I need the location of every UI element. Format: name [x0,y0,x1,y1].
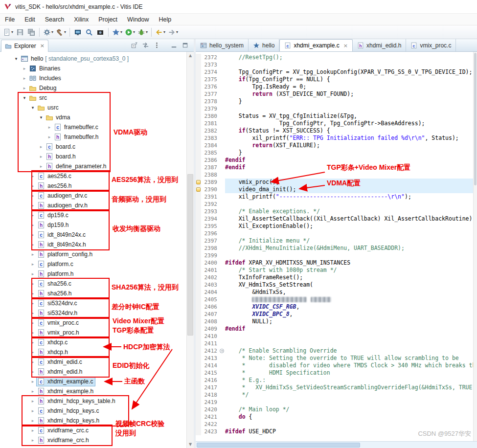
tree-item-si5324drv.c[interactable]: ▸csi5324drv.c [0,298,194,308]
menu-search[interactable]: Search [40,15,69,24]
expand-arrow-icon[interactable]: ▸ [29,252,36,257]
close-icon[interactable]: × [343,43,348,49]
tree-item-sha256.c[interactable]: ▸csha256.c [0,279,194,289]
tree-item-board.c[interactable]: ▸cboard.c [0,142,194,152]
tree-item-platform.c[interactable]: ▸cplatform.c [0,259,194,269]
tree-item-platform_config.h[interactable]: ▸hplatform_config.h [0,249,194,259]
tree-item-vdma[interactable]: ▾vdma [0,112,194,122]
editor-tab-xhdmi_edid.h[interactable]: hxhdmi_edid.h [353,39,406,51]
tree-item-define_parameter.h[interactable]: ▸hdefine_parameter.h [0,161,194,171]
minimize-button[interactable] [169,41,179,50]
tree-item-Includes[interactable]: ▸Includes [0,73,194,83]
expand-arrow-icon[interactable]: ▸ [29,320,36,325]
collapse-arrow-icon[interactable]: ▾ [13,56,20,61]
hscrollbar-thumb[interactable] [197,443,360,448]
build-button[interactable]: ▾ [55,26,67,38]
expand-arrow-icon[interactable]: ▸ [29,340,36,345]
menu-file[interactable]: File [0,15,20,24]
editor-hscrollbar[interactable] [196,441,477,448]
forward-button[interactable]: ▾ [167,26,179,38]
expand-arrow-icon[interactable]: ▸ [29,281,36,286]
run-button[interactable]: ▾ [124,26,136,38]
expand-arrow-icon[interactable]: ▸ [21,66,28,71]
close-icon[interactable]: × [40,43,45,49]
tree-item-xhdmi_edid.h[interactable]: ▸hxhdmi_edid.h [0,367,194,377]
code-editor[interactable]: 2372 //ResetTpg();23732374 Tpg_ConfigPtr… [196,52,477,441]
expand-arrow-icon[interactable]: ▸ [46,134,53,139]
expand-arrow-icon[interactable]: ▸ [29,213,36,218]
expand-arrow-icon[interactable]: ▸ [46,125,53,130]
tree-item-xhdcp.h[interactable]: ▸hxhdcp.h [0,347,194,357]
editor-tab-xhdmi_example.c[interactable]: cxhdmi_example.c× [279,39,353,51]
menu-window[interactable]: Window [122,15,154,24]
launch-config-button[interactable]: ▾ [42,26,54,38]
tree-item-xhdmi_edid.c[interactable]: ▸cxhdmi_edid.c [0,357,194,367]
tree-item-xvidframe_crc.h[interactable]: ▸hxvidframe_crc.h [0,435,194,445]
dropdown-caret-icon[interactable]: ▾ [64,30,66,34]
save-all-button[interactable] [26,26,37,38]
dropdown-caret-icon[interactable]: ▾ [133,30,135,34]
back-button[interactable]: ▾ [154,26,166,38]
dropdown-caret-icon[interactable]: ▾ [163,30,165,34]
link-with-editor-button[interactable] [141,41,150,50]
expand-arrow-icon[interactable]: ▸ [29,438,36,443]
tree-item-dp159.c[interactable]: ▸cdp159.c [0,210,194,220]
collapse-all-button[interactable] [130,41,139,50]
expand-arrow-icon[interactable]: ▸ [29,379,36,384]
expand-arrow-icon[interactable]: ▸ [29,271,36,276]
expand-arrow-icon[interactable]: ▸ [29,418,36,423]
line-marker-icon[interactable] [196,187,201,192]
tree-item-xhdmi_example.c[interactable]: ▸cxhdmi_example.c [0,377,194,386]
view-menu-button[interactable] [152,41,161,50]
expand-arrow-icon[interactable]: ▸ [29,291,36,296]
expand-arrow-icon[interactable]: ▸ [29,301,36,306]
expand-arrow-icon[interactable]: ▸ [29,223,36,227]
dropdown-caret-icon[interactable]: ▾ [11,30,13,34]
expand-arrow-icon[interactable]: ▸ [38,164,45,169]
expand-arrow-icon[interactable]: ▸ [38,154,45,159]
new-wizard-button[interactable]: ▾ [2,26,14,38]
menu-project[interactable]: Project [93,15,122,24]
expand-arrow-icon[interactable]: ▸ [29,242,36,247]
tree-item-aes256.h[interactable]: ▸haes256.h [0,181,194,191]
tree-item-audiogen_drv.c[interactable]: ▸caudiogen_drv.c [0,191,194,201]
tree-item-aes256.c[interactable]: ▸caes256.c [0,171,194,181]
fold-collapse-icon[interactable] [220,349,224,353]
scrollbar-thumb[interactable] [187,174,193,336]
tree-item-xhdmi_hdcp_keys.h[interactable]: ▸hxhdmi_hdcp_keys.h [0,416,194,426]
program-device-button[interactable] [72,26,83,38]
new-launch-button[interactable]: ▾ [111,26,123,38]
expand-arrow-icon[interactable]: ▸ [29,203,36,208]
tree-item-src[interactable]: ▾src [0,93,194,103]
menu-help[interactable]: Help [154,15,177,24]
dropdown-caret-icon[interactable]: ▾ [51,30,53,34]
tree-item-idt_8t49n24x.c[interactable]: ▸cidt_8t49n24x.c [0,230,194,240]
tree-item-xhdmi_hdcp_keys_table.h[interactable]: ▸hxhdmi_hdcp_keys_table.h [0,396,194,406]
collapse-arrow-icon[interactable]: ▾ [21,95,28,100]
menu-edit[interactable]: Edit [20,15,40,24]
expand-arrow-icon[interactable]: ▸ [29,399,36,403]
line-marker-icon[interactable] [196,180,201,184]
debug-button[interactable]: ▾ [136,26,149,38]
expand-arrow-icon[interactable]: ▸ [29,408,36,413]
tree-item-idt_8t49n24x.h[interactable]: ▸hidt_8t49n24x.h [0,240,194,249]
scrollbar-thumb[interactable] [474,53,477,185]
tree-item-framebuffer.c[interactable]: ▸cframebuffer.c [0,122,194,132]
search-button[interactable] [84,26,94,38]
collapse-arrow-icon[interactable]: ▾ [38,115,45,120]
tree-item-sha256.h[interactable]: ▸hsha256.h [0,289,194,298]
expand-arrow-icon[interactable]: ▸ [29,262,36,267]
tree-item-xvidframe_crc.c[interactable]: ▸cxvidframe_crc.c [0,426,194,435]
tree-item-hello[interactable]: ▾hello [ standalone_psu_cortexa53_0 ] [0,54,194,64]
tree-item-board.h[interactable]: ▸hboard.h [0,152,194,161]
tree-item-si5324drv.h[interactable]: ▸hsi5324drv.h [0,308,194,318]
editor-tab-hello[interactable]: hello [249,39,279,51]
tree-item-platform.h[interactable]: ▸hplatform.h [0,269,194,279]
editor-tab-hello_system[interactable]: hello_system [196,39,249,51]
tree-item-xhdcp.c[interactable]: ▸cxhdcp.c [0,337,194,347]
tree-item-vmix_proc.c[interactable]: ▸cvmix_proc.c [0,318,194,328]
expand-arrow-icon[interactable]: ▸ [29,389,36,394]
expand-arrow-icon[interactable]: ▸ [21,86,28,90]
collapse-arrow-icon[interactable]: ▾ [29,105,36,110]
tab-explorer[interactable]: Explorer × [1,40,48,52]
